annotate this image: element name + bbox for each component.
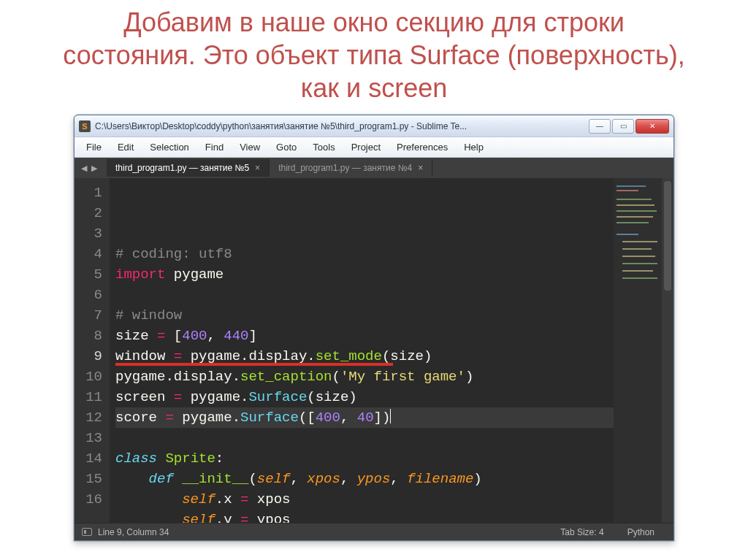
highlight-underline [115,363,393,366]
code-line[interactable]: # coding: utf8 [115,244,614,264]
window-title: C:\Users\Виктор\Desktop\coddy\python\зан… [95,121,589,131]
code-area[interactable]: # coding: utf8import pygame# windowsize … [110,178,614,523]
code-line[interactable]: class Sprite: [115,448,614,469]
tab-active[interactable]: third_program1.py — занятие №5 × [107,159,270,177]
code-line[interactable] [115,285,614,305]
panel-icon[interactable] [82,528,92,536]
code-line[interactable]: self.x = xpos [115,489,614,510]
status-position[interactable]: Line 9, Column 34 [98,527,169,537]
menu-help[interactable]: Help [457,139,491,155]
menu-selection[interactable]: Selection [142,139,196,155]
app-icon: S [79,120,91,132]
status-tabsize[interactable]: Tab Size: 4 [549,527,615,537]
code-line[interactable]: pygame.display.set_caption('My first gam… [115,367,614,387]
maximize-button[interactable]: ▭ [612,119,634,134]
code-line[interactable]: screen = pygame.Surface(size) [115,387,614,407]
minimap[interactable] [614,178,662,523]
statusbar: Line 9, Column 34 Tab Size: 4 Python [75,523,673,540]
text-cursor [390,409,391,423]
menu-file[interactable]: File [79,139,109,155]
menu-project[interactable]: Project [344,139,388,155]
code-line[interactable]: def __init__(self, xpos, ypos, filename) [115,469,614,489]
tab-nav[interactable]: ◀ ▶ [79,164,99,173]
tab-label: third_program1.py — занятие №5 [115,163,249,173]
code-line[interactable]: size = [400, 440] [115,326,614,346]
menu-edit[interactable]: Edit [110,139,141,155]
slide-title: Добавим в наше окно секцию для строки со… [0,0,748,115]
app-window: S C:\Users\Виктор\Desktop\coddy\python\з… [74,115,674,541]
menu-tools[interactable]: Tools [305,139,342,155]
code-line[interactable]: # window [115,305,614,326]
menu-find[interactable]: Find [198,139,231,155]
editor-body: 12345678910111213141516 # coding: utf8im… [75,178,673,523]
menu-preferences[interactable]: Preferences [389,139,455,155]
code-line[interactable] [115,428,614,448]
status-syntax[interactable]: Python [616,527,666,537]
editor-chrome: ◀ ▶ third_program1.py — занятие №5 × thi… [75,158,673,540]
code-line[interactable]: import pygame [115,264,614,285]
code-line[interactable]: self.y = ypos [115,510,614,523]
code-line[interactable]: score = pygame.Surface([400, 40]) [115,407,614,428]
menubar: FileEditSelectionFindViewGotoToolsProjec… [75,137,673,158]
tab-next-icon[interactable]: ▶ [89,164,99,173]
menu-goto[interactable]: Goto [269,139,304,155]
tab-label: third_program1.py — занятие №4 [278,163,412,173]
tab-prev-icon[interactable]: ◀ [79,164,89,173]
menu-view[interactable]: View [232,139,267,155]
tabbar: ◀ ▶ third_program1.py — занятие №5 × thi… [75,158,673,178]
gutter: 12345678910111213141516 [75,178,110,523]
tab-inactive[interactable]: third_program1.py — занятие №4 × [270,159,432,177]
tab-close-icon[interactable]: × [255,163,260,173]
minimize-button[interactable]: — [589,119,611,134]
titlebar[interactable]: S C:\Users\Виктор\Desktop\coddy\python\з… [75,115,673,137]
close-button[interactable]: ✕ [636,119,669,134]
tab-close-icon[interactable]: × [418,163,423,173]
vertical-scrollbar[interactable] [662,178,673,523]
